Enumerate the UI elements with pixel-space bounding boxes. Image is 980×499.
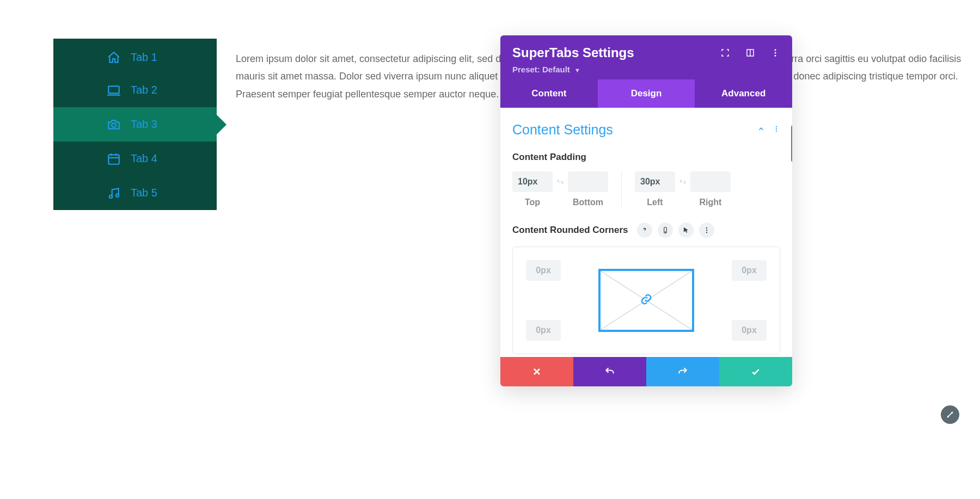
- settings-panel: SuperTabs Settings Preset: Default ▼: [500, 35, 792, 386]
- corner-tr-input[interactable]: [732, 260, 767, 281]
- padding-right-label: Right: [690, 198, 731, 207]
- corner-tl-input[interactable]: [526, 260, 561, 281]
- separator: [621, 171, 622, 207]
- collapse-section-icon[interactable]: [757, 125, 765, 135]
- rounded-label: Content Rounded Corners: [512, 225, 628, 236]
- tab-label: Tab 2: [131, 84, 157, 96]
- svg-point-11: [776, 130, 777, 131]
- tab-1[interactable]: Tab 1: [53, 39, 217, 73]
- tab-design[interactable]: Design: [598, 79, 695, 108]
- tab-2[interactable]: Tab 2: [53, 73, 217, 107]
- section-menu-icon[interactable]: [773, 125, 780, 135]
- tab-label: Tab 4: [131, 152, 157, 165]
- panel-tab-bar: Content Design Advanced: [500, 79, 792, 108]
- svg-point-3: [109, 195, 112, 198]
- tab-5[interactable]: Tab 5: [53, 176, 217, 210]
- caret-down-icon: ▼: [574, 67, 580, 73]
- corner-bl-input[interactable]: [526, 320, 561, 341]
- calendar-icon: [107, 152, 121, 166]
- save-button[interactable]: [719, 357, 792, 386]
- vertical-tab-list: Tab 1 Tab 2 Tab 3 Tab 4 Tab 5: [53, 39, 217, 210]
- undo-button[interactable]: [573, 357, 646, 386]
- svg-point-15: [706, 230, 707, 231]
- unlink-icon[interactable]: [675, 171, 690, 192]
- tab-4[interactable]: Tab 4: [53, 141, 217, 176]
- tab-advanced[interactable]: Advanced: [695, 79, 792, 108]
- svg-rect-0: [108, 86, 119, 93]
- kebab-menu-icon[interactable]: [770, 48, 780, 58]
- tab-label: Tab 1: [131, 51, 157, 64]
- expand-icon[interactable]: [720, 48, 730, 58]
- svg-point-16: [706, 232, 707, 233]
- svg-point-1: [112, 123, 116, 127]
- svg-point-4: [116, 194, 119, 196]
- resize-drag-handle[interactable]: [941, 405, 959, 424]
- padding-controls: Top Bottom Left: [512, 171, 780, 207]
- padding-right-input[interactable]: [690, 171, 731, 192]
- svg-point-13: [665, 232, 665, 232]
- svg-point-7: [775, 52, 776, 54]
- preset-selector[interactable]: Preset: Default ▼: [512, 65, 780, 74]
- music-icon: [107, 186, 121, 200]
- padding-label: Content Padding: [512, 152, 780, 163]
- padding-top-input[interactable]: [512, 171, 553, 192]
- tab-content[interactable]: Content: [500, 79, 598, 108]
- tab-label: Tab 5: [131, 187, 157, 199]
- padding-bottom-input[interactable]: [568, 171, 608, 192]
- laptop-icon: [107, 83, 121, 97]
- link-corners-toggle[interactable]: [640, 293, 653, 308]
- unlink-icon[interactable]: [553, 171, 568, 192]
- hover-state-icon[interactable]: [678, 223, 694, 238]
- padding-top-label: Top: [512, 198, 553, 207]
- panel-header: SuperTabs Settings Preset: Default ▼: [500, 35, 792, 79]
- padding-left-label: Left: [635, 198, 675, 207]
- svg-point-8: [775, 55, 776, 57]
- preset-prefix: Preset:: [512, 65, 540, 74]
- svg-rect-2: [108, 155, 119, 164]
- help-icon[interactable]: [637, 223, 652, 238]
- field-menu-icon[interactable]: [699, 223, 714, 238]
- scrollbar-thumb[interactable]: [791, 125, 792, 162]
- tab-label: Tab 3: [131, 118, 157, 131]
- section-title: Content Settings: [512, 122, 613, 138]
- corner-br-input[interactable]: [732, 320, 767, 341]
- preset-value: Default: [542, 65, 570, 74]
- home-icon: [107, 51, 121, 65]
- camera-icon: [107, 118, 121, 132]
- panel-footer: [500, 357, 792, 386]
- padding-bottom-label: Bottom: [568, 198, 608, 207]
- corner-preview: [598, 269, 694, 332]
- columns-icon[interactable]: [745, 48, 755, 58]
- tab-3[interactable]: Tab 3: [53, 107, 217, 141]
- panel-title: SuperTabs Settings: [512, 45, 634, 60]
- svg-point-10: [776, 128, 777, 129]
- panel-body: Content Settings Content Padding: [500, 108, 792, 357]
- padding-left-input[interactable]: [635, 171, 675, 192]
- responsive-icon[interactable]: [658, 223, 673, 238]
- svg-point-9: [776, 126, 777, 127]
- cancel-button[interactable]: [500, 357, 573, 386]
- redo-button[interactable]: [646, 357, 719, 386]
- svg-point-14: [706, 227, 707, 229]
- rounded-corners-control: [512, 247, 780, 354]
- svg-point-6: [775, 49, 776, 51]
